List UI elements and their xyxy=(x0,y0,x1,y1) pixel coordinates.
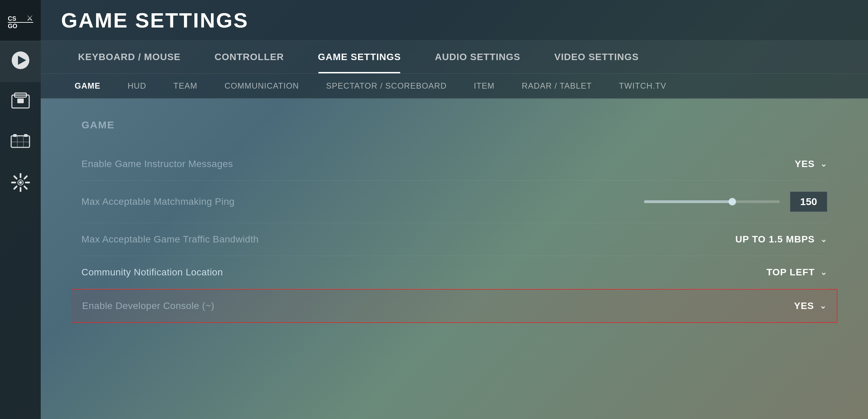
sub-tab-hud[interactable]: Hud xyxy=(114,74,160,98)
svg-text:CS: CS xyxy=(8,15,16,22)
svg-line-24 xyxy=(14,186,17,189)
developer-console-label: Enable Developer Console (~) xyxy=(82,300,214,311)
ping-slider-thumb xyxy=(729,198,736,205)
sub-tab-spectator-scoreboard[interactable]: Spectator / Scoreboard xyxy=(313,74,460,98)
tab-audio-settings[interactable]: Audio Settings xyxy=(418,41,537,73)
svg-text:GO: GO xyxy=(8,23,17,30)
ping-value: 150 xyxy=(800,196,817,207)
svg-line-23 xyxy=(24,176,27,179)
tab-video-settings[interactable]: Video Settings xyxy=(537,41,656,73)
tab-controller[interactable]: Controller xyxy=(197,41,301,73)
svg-point-26 xyxy=(19,181,22,184)
ping-label: Max Acceptable Matchmaking Ping xyxy=(81,196,234,207)
instructor-messages-dropdown[interactable]: YES ⌄ xyxy=(795,159,827,169)
ping-slider-fill xyxy=(644,200,732,203)
developer-console-value: YES xyxy=(794,300,814,311)
sidebar-item-settings[interactable] xyxy=(0,164,41,204)
sub-tab-radar-tablet[interactable]: Radar / Tablet xyxy=(508,74,606,98)
ping-slider-track[interactable] xyxy=(644,200,780,203)
sub-tab-twitch[interactable]: Twitch.tv xyxy=(605,74,680,98)
sub-tab-navigation: Game Hud Team Communication Spectator / … xyxy=(41,74,868,99)
sub-tab-item[interactable]: Item xyxy=(460,74,508,98)
main-content: GAME SETTINGS Keyboard / Mouse Controlle… xyxy=(41,0,868,419)
ping-value-box: 150 xyxy=(790,192,827,212)
setting-row-instructor-messages: Enable Game Instructor Messages YES ⌄ xyxy=(81,148,827,181)
svg-text:⚔: ⚔ xyxy=(26,14,33,22)
tab-keyboard-mouse[interactable]: Keyboard / Mouse xyxy=(61,41,197,73)
notification-location-value: TOP LEFT xyxy=(767,267,815,278)
svg-rect-8 xyxy=(17,98,24,103)
sidebar: CS GO ⚔ xyxy=(0,0,41,419)
inventory-icon xyxy=(11,92,30,113)
bandwidth-dropdown[interactable]: UP TO 1.5 MBPS ⌄ xyxy=(735,234,827,245)
sidebar-item-inventory[interactable] xyxy=(0,82,41,123)
instructor-messages-value: YES xyxy=(795,159,815,169)
notification-location-chevron: ⌄ xyxy=(820,268,827,277)
sub-tab-communication[interactable]: Communication xyxy=(211,74,313,98)
tab-game-settings[interactable]: Game Settings xyxy=(301,41,418,73)
sidebar-item-watch[interactable] xyxy=(0,123,41,164)
notification-location-dropdown[interactable]: TOP LEFT ⌄ xyxy=(767,267,827,278)
watch-icon xyxy=(11,133,30,153)
settings-content: Game Enable Game Instructor Messages YES… xyxy=(41,99,868,419)
svg-rect-10 xyxy=(13,134,17,137)
bandwidth-label: Max Acceptable Game Traffic Bandwidth xyxy=(81,234,259,245)
gear-icon xyxy=(11,173,30,195)
sidebar-item-play[interactable] xyxy=(0,41,41,82)
bandwidth-chevron: ⌄ xyxy=(820,235,827,244)
setting-row-ping: Max Acceptable Matchmaking Ping 150 xyxy=(81,181,827,223)
svg-line-21 xyxy=(14,176,17,179)
setting-row-developer-console: Enable Developer Console (~) YES ⌄ xyxy=(71,289,837,323)
svg-line-22 xyxy=(24,186,27,189)
instructor-messages-chevron: ⌄ xyxy=(820,159,827,169)
tab-navigation: Keyboard / Mouse Controller Game Setting… xyxy=(41,41,868,74)
bandwidth-value: UP TO 1.5 MBPS xyxy=(735,234,815,245)
csgo-logo-svg: CS GO ⚔ xyxy=(6,11,35,30)
instructor-messages-label: Enable Game Instructor Messages xyxy=(81,159,233,169)
developer-console-chevron: ⌄ xyxy=(819,301,827,311)
developer-console-dropdown[interactable]: YES ⌄ xyxy=(794,300,827,311)
header: GAME SETTINGS xyxy=(41,0,868,41)
app-logo: CS GO ⚔ xyxy=(0,0,41,41)
setting-row-bandwidth: Max Acceptable Game Traffic Bandwidth UP… xyxy=(81,223,827,256)
page-title: GAME SETTINGS xyxy=(61,8,248,32)
svg-rect-11 xyxy=(24,134,27,137)
section-title: Game xyxy=(81,119,827,131)
play-icon xyxy=(11,51,30,73)
setting-row-notification-location: Community Notification Location TOP LEFT… xyxy=(81,256,827,289)
sub-tab-team[interactable]: Team xyxy=(160,74,211,98)
notification-location-label: Community Notification Location xyxy=(81,267,223,278)
sub-tab-game[interactable]: Game xyxy=(61,74,114,98)
ping-slider-container: 150 xyxy=(644,192,827,212)
